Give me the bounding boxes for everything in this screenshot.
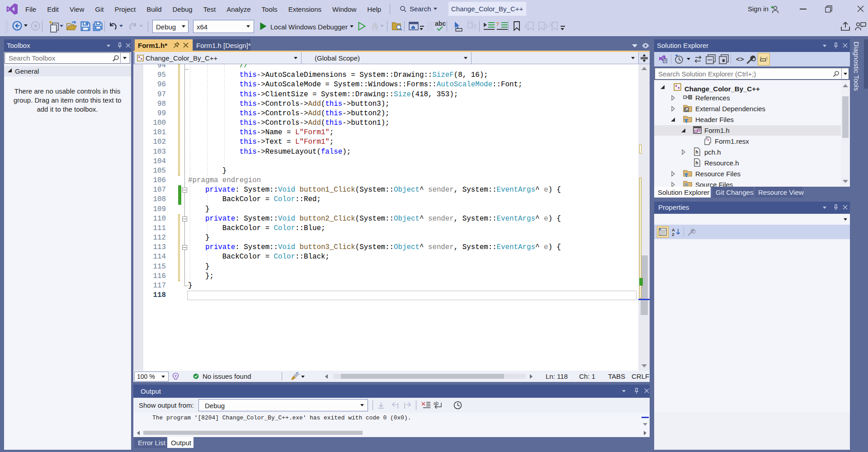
svg-text:Z: Z	[672, 232, 675, 236]
svg-text:?: ?	[496, 22, 500, 28]
svg-text:h: h	[696, 160, 698, 165]
svg-text:h: h	[696, 150, 698, 155]
